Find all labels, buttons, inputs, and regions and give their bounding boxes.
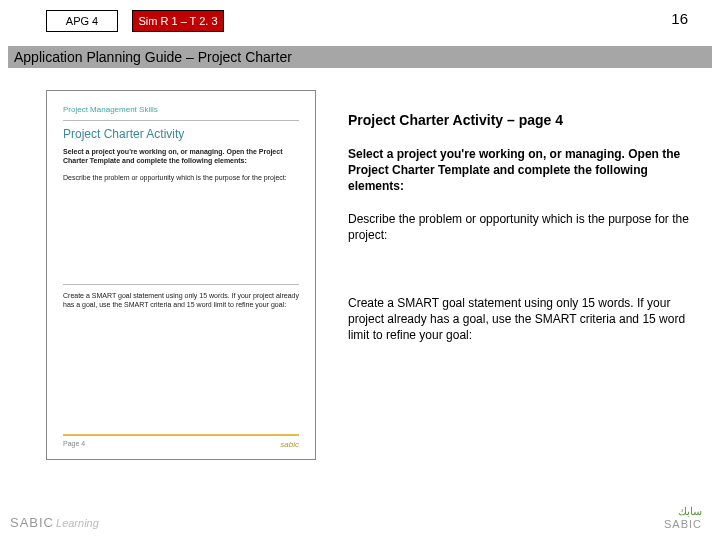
thumb-footer: Page 4 sabic [63, 434, 299, 449]
footer-right-english: SABIC [664, 518, 702, 530]
footer-left-logo: SABIC Learning [10, 515, 99, 530]
tag-sim: Sim R 1 – T 2. 3 [132, 10, 224, 32]
right-prompt-2: Create a SMART goal statement using only… [348, 295, 692, 344]
footer-left-sub: Learning [56, 517, 99, 529]
thumb-heading: Project Charter Activity [63, 127, 299, 141]
footer-right-arabic: سابك [664, 505, 702, 518]
title-bar: Application Planning Guide – Project Cha… [8, 46, 712, 68]
thumb-subject: Project Management Skills [63, 105, 299, 114]
footer-left-brand: SABIC [10, 515, 54, 530]
right-instruction-bold: Select a project you're working on, or m… [348, 146, 692, 195]
tag-apg: APG 4 [46, 10, 118, 32]
thumb-page-label: Page 4 [63, 440, 85, 449]
right-prompt-1: Describe the problem or opportunity whic… [348, 211, 692, 243]
thumb-rule-mid [63, 284, 299, 285]
slide: APG 4 Sim R 1 – T 2. 3 16 Application Pl… [0, 0, 720, 540]
thumb-prompt-2: Create a SMART goal statement using only… [63, 291, 299, 309]
thumb-brand-logo: sabic [280, 440, 299, 449]
right-heading: Project Charter Activity – page 4 [348, 112, 692, 128]
right-column: Project Charter Activity – page 4 Select… [348, 112, 692, 396]
footer-right-logo: سابك SABIC [664, 505, 702, 530]
thumb-rule-top [63, 120, 299, 121]
slide-number: 16 [671, 10, 688, 27]
thumb-prompt-1: Describe the problem or opportunity whic… [63, 173, 299, 182]
document-thumbnail: Project Management Skills Project Charte… [46, 90, 316, 460]
thumb-instruction-bold: Select a project you're working on, or m… [63, 147, 299, 165]
